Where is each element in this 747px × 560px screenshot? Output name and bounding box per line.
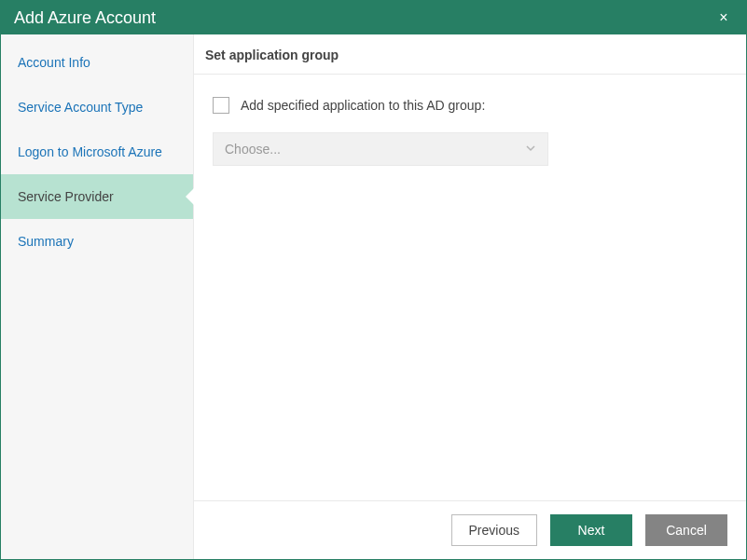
- sidebar-step-label: Service Account Type: [18, 100, 143, 115]
- main-panel: Set application group Add specified appl…: [194, 34, 746, 559]
- previous-button[interactable]: Previous: [451, 514, 537, 546]
- ad-group-dropdown[interactable]: Choose...: [213, 132, 548, 166]
- sidebar-step-label: Summary: [18, 234, 74, 249]
- chevron-down-icon: [525, 142, 536, 157]
- dropdown-placeholder: Choose...: [225, 142, 281, 157]
- add-to-group-checkbox[interactable]: [213, 97, 229, 114]
- main-content: Add specified application to this AD gro…: [194, 75, 746, 500]
- sidebar-step-summary[interactable]: Summary: [1, 219, 193, 264]
- sidebar-step-logon-azure[interactable]: Logon to Microsoft Azure: [1, 130, 193, 174]
- add-to-group-label: Add specified application to this AD gro…: [241, 98, 485, 113]
- dialog-window: Add Azure Account × Account Info Service…: [0, 0, 747, 560]
- titlebar: Add Azure Account ×: [1, 1, 746, 34]
- cancel-button[interactable]: Cancel: [645, 514, 727, 546]
- add-to-group-row: Add specified application to this AD gro…: [213, 97, 727, 114]
- wizard-sidebar: Account Info Service Account Type Logon …: [1, 34, 194, 559]
- sidebar-step-service-account-type[interactable]: Service Account Type: [1, 85, 193, 130]
- dialog-footer: Previous Next Cancel: [194, 500, 746, 559]
- next-button[interactable]: Next: [550, 514, 632, 546]
- close-icon[interactable]: ×: [712, 7, 735, 29]
- dialog-body: Account Info Service Account Type Logon …: [1, 34, 746, 559]
- sidebar-step-label: Logon to Microsoft Azure: [18, 144, 162, 159]
- page-title: Set application group: [194, 34, 746, 75]
- sidebar-step-label: Account Info: [18, 55, 90, 70]
- sidebar-step-label: Service Provider: [18, 189, 114, 204]
- window-title: Add Azure Account: [14, 8, 712, 28]
- sidebar-step-account-info[interactable]: Account Info: [1, 40, 193, 85]
- sidebar-step-service-provider[interactable]: Service Provider: [1, 174, 193, 219]
